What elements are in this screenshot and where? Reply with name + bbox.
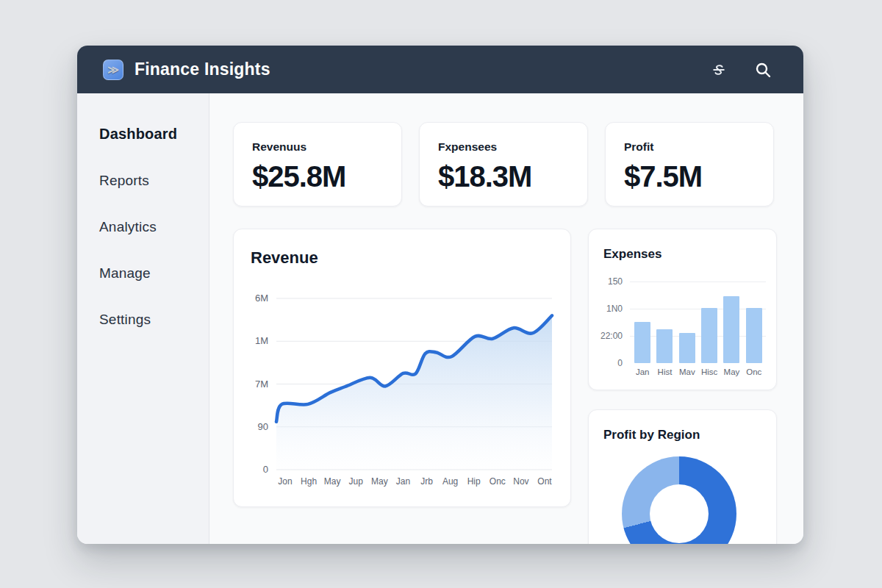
revenue-chart-title: Revenue bbox=[251, 248, 318, 268]
revenue-y-tick: 90 bbox=[237, 421, 268, 432]
revenue-x-axis: JonHghMayJupMayJanJrbAugHipOncNovOnt bbox=[234, 229, 570, 506]
expenses-x-tick: Jan bbox=[631, 368, 653, 376]
kpi-value: $18.3M bbox=[438, 160, 569, 193]
sidebar-item-dashboard[interactable]: Dashboard bbox=[99, 126, 209, 143]
expense-bar bbox=[679, 333, 695, 363]
revenue-y-tick: 1M bbox=[237, 335, 268, 346]
expenses-chart-title: Expenses bbox=[603, 247, 662, 262]
expense-bar bbox=[701, 308, 717, 363]
donut-hole bbox=[650, 484, 709, 543]
right-column: Expenses 1501N022:000 JanHistMavHiscMayO… bbox=[588, 229, 777, 544]
revenue-x-tick: Aug bbox=[436, 476, 465, 487]
revenue-area-fill bbox=[276, 315, 552, 470]
kpi-card-revenue: Revenuus $25.8M bbox=[233, 122, 402, 207]
app-header: ≫ Finance Insights bbox=[77, 46, 803, 93]
revenue-x-tick: Nov bbox=[506, 476, 536, 487]
revenue-chart-card: Revenue 6M1M7M900 bbox=[233, 229, 571, 507]
revenue-x-tick: Hgh bbox=[294, 476, 323, 487]
revenue-gridlines bbox=[276, 298, 552, 470]
sidebar-item-manage[interactable]: Manage bbox=[99, 265, 209, 282]
sidebar: Dashboard Reports Analytics Manage Setti… bbox=[77, 93, 209, 544]
kpi-card-profit: Profit $7.5M bbox=[605, 122, 774, 207]
sidebar-item-settings[interactable]: Settings bbox=[99, 312, 209, 328]
expenses-x-tick: May bbox=[720, 368, 742, 376]
revenue-x-tick: Jrb bbox=[412, 476, 442, 487]
expenses-y-tick: 1N0 bbox=[593, 304, 623, 314]
expense-bar bbox=[746, 308, 762, 363]
revenue-line-chart bbox=[234, 229, 572, 508]
expenses-x-tick: Mav bbox=[676, 368, 698, 376]
kpi-row: Revenuus $25.8M Fxpensees $18.3M Profit … bbox=[233, 122, 803, 207]
search-icon[interactable] bbox=[753, 60, 772, 79]
revenue-x-tick: Onc bbox=[483, 476, 512, 487]
revenue-x-tick: Jup bbox=[341, 476, 370, 487]
revenue-line bbox=[276, 315, 552, 421]
revenue-x-tick: Jan bbox=[388, 476, 417, 487]
revenue-x-tick: May bbox=[365, 476, 394, 487]
profit-chart-title: Profit by Region bbox=[603, 428, 700, 442]
expenses-chart-card: Expenses 1501N022:000 JanHistMavHiscMayO… bbox=[588, 229, 777, 390]
expenses-x-tick: Hisc bbox=[698, 368, 720, 376]
sidebar-item-reports[interactable]: Reports bbox=[99, 173, 209, 189]
profit-chart-card: Profit by Region bbox=[588, 409, 777, 544]
expenses-x-tick: Hist bbox=[653, 368, 675, 376]
expense-bar bbox=[634, 322, 650, 363]
expense-bar bbox=[723, 296, 739, 363]
expense-bar bbox=[656, 329, 673, 363]
revenue-x-tick: Jon bbox=[270, 476, 300, 487]
expenses-y-tick: 150 bbox=[593, 276, 623, 287]
app-body: Dashboard Reports Analytics Manage Setti… bbox=[77, 93, 803, 544]
revenue-y-tick: 6M bbox=[237, 293, 268, 304]
kpi-card-expenses: Fxpensees $18.3M bbox=[419, 122, 588, 207]
expenses-x-axis: JanHistMavHiscMayOnc bbox=[631, 368, 765, 376]
revenue-x-tick: Hip bbox=[459, 476, 489, 487]
revenue-y-tick: 7M bbox=[237, 379, 268, 390]
app-logo-icon: ≫ bbox=[103, 60, 123, 80]
expenses-y-tick: 0 bbox=[593, 358, 623, 368]
app-window: ≫ Finance Insights Dashboard Reports Ana… bbox=[77, 46, 803, 544]
profit-donut-chart bbox=[622, 456, 736, 544]
currency-icon[interactable] bbox=[709, 60, 728, 79]
expenses-x-tick: Onc bbox=[743, 368, 765, 376]
kpi-value: $7.5M bbox=[624, 160, 755, 193]
charts-row: Revenue 6M1M7M900 bbox=[233, 229, 803, 544]
expenses-y-tick: 22:00 bbox=[593, 331, 623, 341]
kpi-label: Fxpensees bbox=[438, 140, 569, 154]
expenses-bar-chart bbox=[631, 282, 765, 363]
kpi-label: Profit bbox=[624, 140, 755, 154]
app-title: Finance Insights bbox=[135, 60, 270, 79]
kpi-value: $25.8M bbox=[252, 160, 383, 193]
revenue-y-tick: 0 bbox=[237, 464, 268, 475]
sidebar-item-analytics[interactable]: Analytics bbox=[99, 219, 209, 235]
main-content: Revenuus $25.8M Fxpensees $18.3M Profit … bbox=[209, 93, 803, 544]
revenue-y-axis: 6M1M7M900 bbox=[234, 229, 570, 506]
revenue-x-tick: Ont bbox=[530, 476, 559, 487]
kpi-label: Revenuus bbox=[252, 140, 383, 154]
revenue-x-tick: May bbox=[318, 476, 347, 487]
